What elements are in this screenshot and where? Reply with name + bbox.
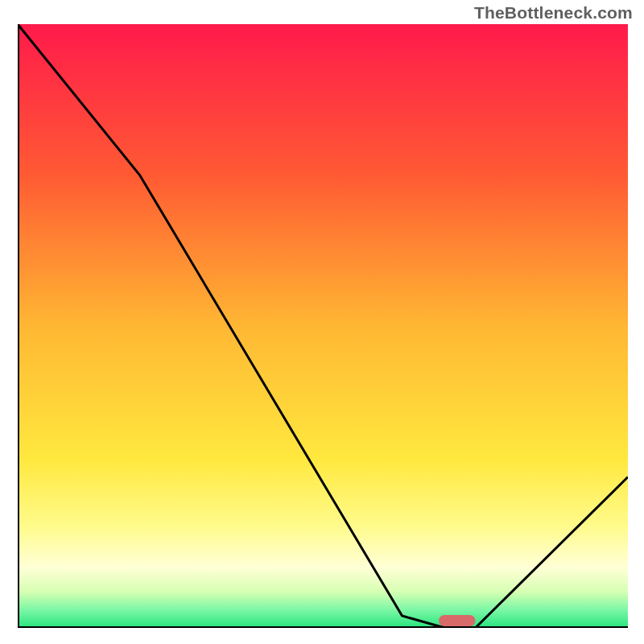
chart-svg <box>18 24 628 628</box>
chart-container: TheBottleneck.com <box>0 0 644 644</box>
watermark-text: TheBottleneck.com <box>474 3 633 23</box>
gradient-background <box>18 24 628 628</box>
optimal-marker <box>439 615 475 626</box>
bottleneck-chart <box>18 24 628 628</box>
svg-rect-0 <box>439 615 475 626</box>
